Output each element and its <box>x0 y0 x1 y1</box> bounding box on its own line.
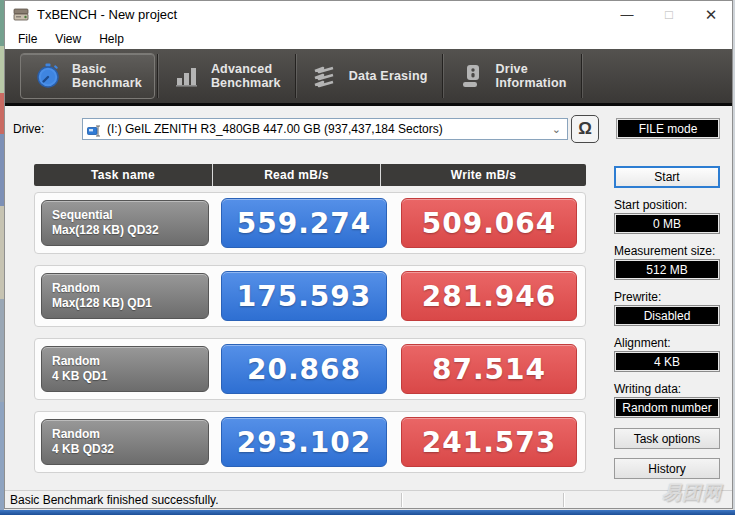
bar-chart-icon <box>172 61 202 91</box>
window-title: TxBENCH - New project <box>37 7 177 22</box>
tab-separator <box>157 54 158 98</box>
table-row: Random 4 KB QD32 293.102 241.573 <box>34 411 586 473</box>
tab-drive-information-label: DriveInformation <box>496 62 567 90</box>
drive-selected-value: (I:) GeIL ZENITH R3_480GB 447.00 GB (937… <box>107 122 443 136</box>
minimize-button[interactable]: — <box>606 1 648 28</box>
tab-drive-information[interactable]: DriveInformation <box>445 53 579 99</box>
write-value: 509.064 <box>401 198 577 248</box>
table-row: Sequential Max(128 KB) QD32 559.274 509.… <box>34 192 586 254</box>
title-bar[interactable]: TxBENCH - New project — □ ✕ <box>5 1 732 28</box>
drive-select[interactable]: (I:) GeIL ZENITH R3_480GB 447.00 GB (937… <box>82 118 568 140</box>
task-random-qd1-button[interactable]: Random Max(128 KB) QD1 <box>41 273 209 319</box>
read-value: 20.868 <box>221 344 387 394</box>
tab-separator <box>295 54 296 98</box>
read-value: 293.102 <box>221 417 387 467</box>
read-value: 175.593 <box>221 271 387 321</box>
stopwatch-icon <box>33 61 63 91</box>
tab-basic-benchmark-label: BasicBenchmark <box>72 62 142 90</box>
tab-separator <box>442 54 443 98</box>
write-value: 281.946 <box>401 271 577 321</box>
start-position-label: Start position: <box>614 197 720 212</box>
benchmark-table-header: Task name Read mB/s Write mB/s <box>34 164 586 186</box>
write-value: 241.573 <box>401 417 577 467</box>
status-divider <box>401 493 402 507</box>
tab-basic-benchmark[interactable]: BasicBenchmark <box>20 53 155 99</box>
tab-advanced-benchmark-label: AdvancedBenchmark <box>211 62 281 90</box>
measurement-size-label: Measurement size: <box>614 243 720 258</box>
app-icon <box>13 6 30 23</box>
task-sequential-qd32-button[interactable]: Sequential Max(128 KB) QD32 <box>41 200 209 246</box>
close-button[interactable]: ✕ <box>690 1 732 28</box>
menu-help[interactable]: Help <box>90 30 133 48</box>
disk-icon <box>87 123 102 135</box>
header-task-name: Task name <box>34 164 212 186</box>
task-options-button[interactable]: Task options <box>614 428 720 449</box>
start-button[interactable]: Start <box>614 166 720 188</box>
file-mode-button[interactable]: FILE mode <box>616 118 720 139</box>
menu-bar: File View Help <box>5 28 732 49</box>
status-bar: Basic Benchmark finished successfully. 易… <box>5 490 732 508</box>
refresh-icon: Ω <box>578 119 592 139</box>
menu-view[interactable]: View <box>46 30 90 48</box>
refresh-drives-button[interactable]: Ω <box>571 115 599 143</box>
drive-info-icon <box>457 61 487 91</box>
table-row: Random Max(128 KB) QD1 175.593 281.946 <box>34 265 586 327</box>
drive-label: Drive: <box>13 122 44 136</box>
prewrite-label: Prewrite: <box>614 289 720 304</box>
prewrite-field[interactable]: Disabled <box>614 305 720 326</box>
tab-advanced-benchmark[interactable]: AdvancedBenchmark <box>160 53 293 99</box>
status-message: Basic Benchmark finished successfully. <box>5 493 219 507</box>
main-content: Drive: (I:) GeIL ZENITH R3_480GB 447.00 … <box>5 106 732 490</box>
screen: TxBENCH - New project — □ ✕ File View He… <box>0 0 735 515</box>
menu-file[interactable]: File <box>9 30 46 48</box>
measurement-size-field[interactable]: 512 MB <box>614 259 720 280</box>
desktop-sliver-bottom <box>0 510 735 515</box>
maximize-button[interactable]: □ <box>648 1 690 28</box>
history-button[interactable]: History <box>614 458 720 479</box>
tab-separator <box>581 54 582 98</box>
writing-data-field[interactable]: Random number <box>614 397 720 418</box>
tab-data-erasing[interactable]: Data Erasing <box>298 53 440 99</box>
read-value: 559.274 <box>221 198 387 248</box>
task-random-4kb-qd1-button[interactable]: Random 4 KB QD1 <box>41 346 209 392</box>
tab-toolbar: BasicBenchmark AdvancedBenchmark <box>5 49 732 106</box>
tab-data-erasing-label: Data Erasing <box>349 69 428 83</box>
task-random-4kb-qd32-button[interactable]: Random 4 KB QD32 <box>41 419 209 465</box>
write-value: 87.514 <box>401 344 577 394</box>
table-row: Random 4 KB QD1 20.868 87.514 <box>34 338 586 400</box>
window-controls: — □ ✕ <box>606 1 732 28</box>
erase-icon <box>310 61 340 91</box>
header-write: Write mB/s <box>380 164 586 186</box>
header-read: Read mB/s <box>212 164 380 186</box>
alignment-field[interactable]: 4 KB <box>614 351 720 372</box>
writing-data-label: Writing data: <box>614 381 720 396</box>
benchmark-table: Task name Read mB/s Write mB/s Sequentia… <box>34 164 586 473</box>
alignment-label: Alignment: <box>614 335 720 350</box>
settings-sidebar: Start Start position: 0 MB Measurement s… <box>614 166 720 479</box>
status-divider <box>563 493 564 507</box>
app-window: TxBENCH - New project — □ ✕ File View He… <box>4 0 733 509</box>
chevron-down-icon: ⌄ <box>552 123 563 136</box>
start-position-field[interactable]: 0 MB <box>614 213 720 234</box>
